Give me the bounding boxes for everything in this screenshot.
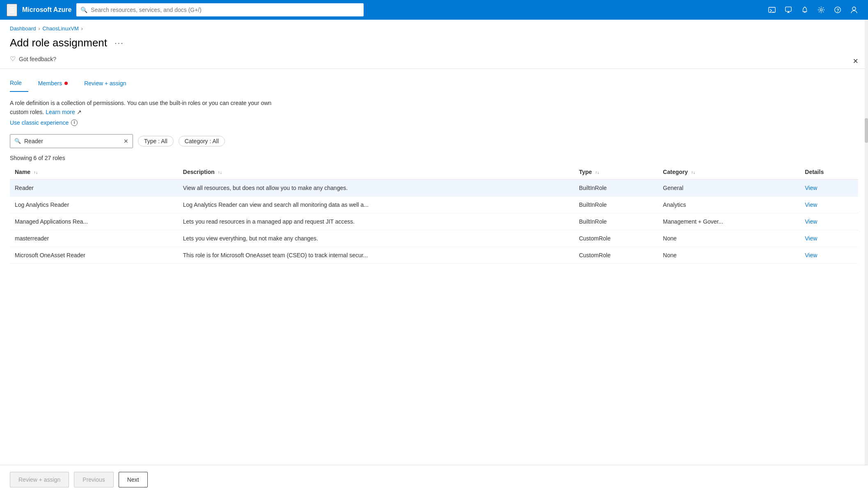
cell-description-3: Lets you view everything, but not make a… <box>178 230 574 247</box>
scrollbar-thumb[interactable] <box>865 118 868 143</box>
breadcrumb: Dashboard › ChaosLinuxVM › <box>0 20 868 32</box>
table-row[interactable]: Reader View all resources, but does not … <box>10 179 858 196</box>
view-link-4[interactable]: View <box>805 252 817 258</box>
terminal-icon[interactable] <box>765 2 779 17</box>
col-type[interactable]: Type ↑↓ <box>574 165 658 180</box>
filter-row: 🔍 ✕ Type : All Category : All <box>0 126 868 155</box>
col-details: Details <box>800 165 858 180</box>
footer-actions: Review + assign Previous Next <box>0 465 868 494</box>
cell-category-1: Analytics <box>658 196 800 213</box>
svg-point-6 <box>852 7 856 10</box>
table-row[interactable]: masterreader Lets you view everything, b… <box>10 230 858 247</box>
tab-role-label: Role <box>10 80 22 86</box>
feedback-bar: ♡ Got feedback? <box>0 49 868 69</box>
breadcrumb-vm[interactable]: ChaosLinuxVM <box>43 25 79 32</box>
cell-details-3[interactable]: View <box>800 230 858 247</box>
breadcrumb-dashboard[interactable]: Dashboard <box>10 25 36 32</box>
cell-type-0: BuiltInRole <box>574 179 658 196</box>
view-link-3[interactable]: View <box>805 235 817 242</box>
review-assign-button[interactable]: Review + assign <box>10 472 69 487</box>
user-avatar[interactable] <box>847 2 861 17</box>
tab-review-assign[interactable]: Review + assign <box>84 76 133 91</box>
settings-icon[interactable] <box>814 2 829 17</box>
view-link-1[interactable]: View <box>805 201 817 208</box>
classic-experience-link[interactable]: Use classic experience <box>10 119 69 126</box>
cell-name-4: Microsoft OneAsset Reader <box>10 247 178 263</box>
table-row[interactable]: Log Analytics Reader Log Analytics Reade… <box>10 196 858 213</box>
svg-point-3 <box>820 9 822 11</box>
cell-details-1[interactable]: View <box>800 196 858 213</box>
description-text: A role definition is a collection of per… <box>0 92 287 117</box>
tab-members-label: Members <box>38 80 62 87</box>
more-options-button[interactable]: ··· <box>112 37 126 49</box>
divider <box>0 69 868 69</box>
role-search-input[interactable] <box>24 138 120 144</box>
name-sort-icon[interactable]: ↑↓ <box>34 170 38 175</box>
close-button[interactable]: × <box>853 57 858 66</box>
cell-description-0: View all resources, but does not allow y… <box>178 179 574 196</box>
feedback-label[interactable]: Got feedback? <box>19 56 56 62</box>
help-icon[interactable]: ? <box>830 2 845 17</box>
svg-rect-0 <box>769 7 775 13</box>
cell-name-2: Managed Applications Rea... <box>10 213 178 230</box>
cell-name-3: masterreader <box>10 230 178 247</box>
cell-name-1: Log Analytics Reader <box>10 196 178 213</box>
cell-type-1: BuiltInRole <box>574 196 658 213</box>
roles-table-wrapper: Name ↑↓ Description ↑↓ Type ↑↓ Category … <box>0 165 868 264</box>
breadcrumb-sep-1: › <box>39 26 40 32</box>
category-sort-icon[interactable]: ↑↓ <box>691 170 695 175</box>
cell-details-2[interactable]: View <box>800 213 858 230</box>
scrollbar[interactable] <box>865 20 868 494</box>
cell-details-0[interactable]: View <box>800 179 858 196</box>
table-row[interactable]: Microsoft OneAsset Reader This role is f… <box>10 247 858 263</box>
description-line2: custom roles. <box>10 109 44 115</box>
cell-description-4: This role is for Microsoft OneAsset team… <box>178 247 574 263</box>
cell-description-1: Log Analytics Reader can view and search… <box>178 196 574 213</box>
hamburger-menu[interactable]: ☰ <box>7 4 17 16</box>
svg-text:?: ? <box>836 8 839 13</box>
cell-category-3: None <box>658 230 800 247</box>
roles-table: Name ↑↓ Description ↑↓ Type ↑↓ Category … <box>10 165 858 264</box>
page-title-area: Add role assignment ··· <box>0 32 868 49</box>
previous-button[interactable]: Previous <box>74 472 113 487</box>
learn-more-link[interactable]: Learn more <box>46 109 75 115</box>
col-name[interactable]: Name ↑↓ <box>10 165 178 180</box>
notifications-icon[interactable] <box>797 2 812 17</box>
role-search-box[interactable]: 🔍 ✕ <box>10 134 133 148</box>
col-description[interactable]: Description ↑↓ <box>178 165 574 180</box>
view-link-0[interactable]: View <box>805 185 817 191</box>
showing-count: Showing 6 of 27 roles <box>0 155 868 165</box>
cell-name-0: Reader <box>10 179 178 196</box>
category-filter-label: Category : All <box>185 138 219 144</box>
search-clear-button[interactable]: ✕ <box>124 138 128 144</box>
cell-details-4[interactable]: View <box>800 247 858 263</box>
type-sort-icon[interactable]: ↑↓ <box>595 170 599 175</box>
category-filter-pill[interactable]: Category : All <box>179 136 225 146</box>
nav-icons-group: ? <box>765 2 861 17</box>
col-category[interactable]: Category ↑↓ <box>658 165 800 180</box>
global-search-box[interactable]: 🔍 <box>76 3 364 16</box>
cell-category-2: Management + Gover... <box>658 213 800 230</box>
feedback-icon[interactable] <box>781 2 796 17</box>
description-sort-icon[interactable]: ↑↓ <box>218 170 222 175</box>
heart-icon: ♡ <box>10 55 16 63</box>
tab-review-assign-label: Review + assign <box>84 80 126 87</box>
page-title: Add role assignment <box>10 37 107 49</box>
table-row[interactable]: Managed Applications Rea... Lets you rea… <box>10 213 858 230</box>
global-search-input[interactable] <box>91 7 360 13</box>
breadcrumb-sep-2: › <box>81 26 83 32</box>
type-filter-pill[interactable]: Type : All <box>138 136 174 146</box>
cell-type-3: CustomRole <box>574 230 658 247</box>
svg-rect-2 <box>786 7 791 11</box>
tab-members[interactable]: Members <box>38 76 74 91</box>
tab-role[interactable]: Role <box>10 75 28 92</box>
search-icon: 🔍 <box>80 7 87 13</box>
view-link-2[interactable]: View <box>805 218 817 225</box>
next-button[interactable]: Next <box>119 472 148 487</box>
cell-type-2: BuiltInRole <box>574 213 658 230</box>
description-line1: A role definition is a collection of per… <box>10 100 271 106</box>
main-content: Dashboard › ChaosLinuxVM › Add role assi… <box>0 20 868 494</box>
info-icon[interactable]: i <box>71 119 78 126</box>
cell-category-0: General <box>658 179 800 196</box>
cell-category-4: None <box>658 247 800 263</box>
